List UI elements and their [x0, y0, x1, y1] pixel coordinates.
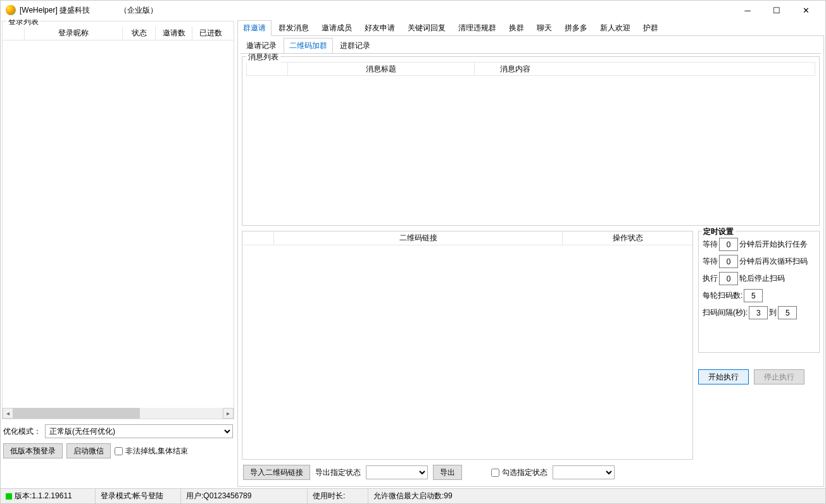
- sub-tabstrip: 邀请记录 二维码加群 进群记录: [241, 39, 821, 54]
- tab-swap-group[interactable]: 换群: [503, 20, 530, 36]
- tab-mass-message[interactable]: 群发消息: [273, 20, 315, 36]
- qr-table: 二维码链接 操作状态: [242, 231, 693, 460]
- import-qr-links-button[interactable]: 导入二维码链接: [243, 465, 310, 480]
- start-execute-button[interactable]: 开始执行: [698, 369, 749, 384]
- message-table-header: 消息标题 消息内容: [246, 62, 815, 76]
- scan-interval-min-input[interactable]: [749, 306, 768, 319]
- low-version-prelogin-button[interactable]: 低版本预登录: [3, 443, 63, 458]
- scroll-left-arrow[interactable]: ◂: [3, 408, 13, 419]
- login-list-group: 登录列表 登录昵称 状态 邀请数 已进数 ◂ ▸: [2, 21, 234, 419]
- start-wechat-button[interactable]: 启动微信: [66, 443, 111, 458]
- tab-group-invite[interactable]: 群邀请: [237, 20, 272, 36]
- col-status[interactable]: 状态: [123, 27, 156, 40]
- col-msg-title[interactable]: 消息标题: [288, 63, 475, 75]
- scans-per-round-input[interactable]: [744, 289, 763, 302]
- tab-invite-members[interactable]: 邀请成员: [316, 20, 358, 36]
- export-status-label: 导出指定状态: [315, 467, 361, 478]
- tab-protect-group[interactable]: 护群: [637, 20, 664, 36]
- titlebar: [WeHelper] 捷盛科技 （企业版） ─ ☐ ✕: [1, 1, 825, 20]
- subtab-qr-join[interactable]: 二维码加群: [284, 38, 333, 54]
- message-list-group: 消息列表 消息标题 消息内容: [242, 56, 820, 226]
- app-icon: [6, 5, 16, 15]
- tab-chat[interactable]: 聊天: [531, 20, 558, 36]
- tab-pdd[interactable]: 拼多多: [559, 20, 593, 36]
- maximize-button[interactable]: ☐: [762, 1, 791, 20]
- bottom-controls: 导入二维码链接 导出指定状态 导出 勾选指定状态: [241, 461, 821, 484]
- col-invite-count[interactable]: 邀请数: [156, 27, 192, 40]
- qr-table-header: 二维码链接 操作状态: [242, 231, 692, 245]
- scroll-right-arrow[interactable]: ▸: [223, 408, 234, 419]
- timer-settings-title: 定时设置: [701, 226, 735, 237]
- close-button[interactable]: ✕: [791, 1, 820, 20]
- timer-settings-group: 定时设置 等待 分钟后开始执行任务 等待 分钟后再次循环扫码: [698, 231, 820, 353]
- col-op-status[interactable]: 操作状态: [563, 231, 692, 245]
- wait-loop-minutes-input[interactable]: [719, 255, 738, 268]
- scan-interval-max-input[interactable]: [778, 306, 797, 319]
- tab-clean-group[interactable]: 清理违规群: [453, 20, 502, 36]
- tab-welcome[interactable]: 新人欢迎: [594, 20, 636, 36]
- login-table-header: 登录昵称 状态 邀请数 已进数: [3, 27, 234, 40]
- app-title: [WeHelper] 捷盛科技 （企业版）: [20, 5, 158, 16]
- illegal-logout-all-checkbox[interactable]: 非法掉线,集体结束: [115, 446, 188, 457]
- col-qr-link[interactable]: 二维码链接: [274, 231, 563, 245]
- opt-mode-label: 优化模式：: [3, 426, 41, 437]
- stop-execute-button: 停止执行: [754, 369, 804, 384]
- export-button[interactable]: 导出: [433, 465, 462, 480]
- status-login-mode: 登录模式:帐号登陆: [96, 489, 181, 503]
- status-user: 用户:Q0123456789: [181, 489, 308, 503]
- wait-start-minutes-input[interactable]: [719, 238, 738, 251]
- main-tabstrip: 群邀请 群发消息 邀请成员 好友申请 关键词回复 清理违规群 换群 聊天 拼多多…: [237, 21, 824, 36]
- login-table-body[interactable]: [3, 40, 234, 408]
- col-nickname[interactable]: 登录昵称: [25, 27, 123, 40]
- col-joined-count[interactable]: 已进数: [192, 27, 229, 40]
- col-msg-content[interactable]: 消息内容: [475, 63, 815, 75]
- minimize-button[interactable]: ─: [733, 1, 762, 20]
- status-usage-time: 使用时长:: [308, 489, 368, 503]
- filter-status-checkbox[interactable]: 勾选指定状态: [491, 467, 548, 478]
- right-panel: 群邀请 群发消息 邀请成员 好友申请 关键词回复 清理违规群 换群 聊天 拼多多…: [236, 20, 825, 488]
- status-max-wechat: 允许微信最大启动数:99: [368, 489, 825, 503]
- app-window: [WeHelper] 捷盛科技 （企业版） ─ ☐ ✕ 登录列表 登录昵称 状态…: [0, 0, 826, 504]
- left-panel: 登录列表 登录昵称 状态 邀请数 已进数 ◂ ▸ 优化模式：: [1, 20, 236, 488]
- login-list-title: 登录列表: [6, 20, 41, 27]
- statusbar: 版本:1.1.2.19611 登录模式:帐号登陆 用户:Q0123456789 …: [1, 488, 825, 503]
- login-table-hscroll[interactable]: ◂ ▸: [3, 408, 234, 419]
- status-version: 版本:1.1.2.19611: [15, 491, 72, 501]
- tab-keyword-reply[interactable]: 关键词回复: [402, 20, 451, 36]
- scroll-thumb[interactable]: [13, 408, 140, 419]
- run-rounds-input[interactable]: [719, 272, 738, 285]
- subtab-join-record[interactable]: 进群记录: [334, 38, 376, 54]
- status-indicator-icon: [6, 493, 12, 500]
- filter-status-select[interactable]: [553, 465, 615, 479]
- opt-mode-select[interactable]: 正常版(无任何优化): [45, 424, 233, 438]
- tab-friend-request[interactable]: 好友申请: [359, 20, 401, 36]
- export-status-select[interactable]: [366, 465, 428, 479]
